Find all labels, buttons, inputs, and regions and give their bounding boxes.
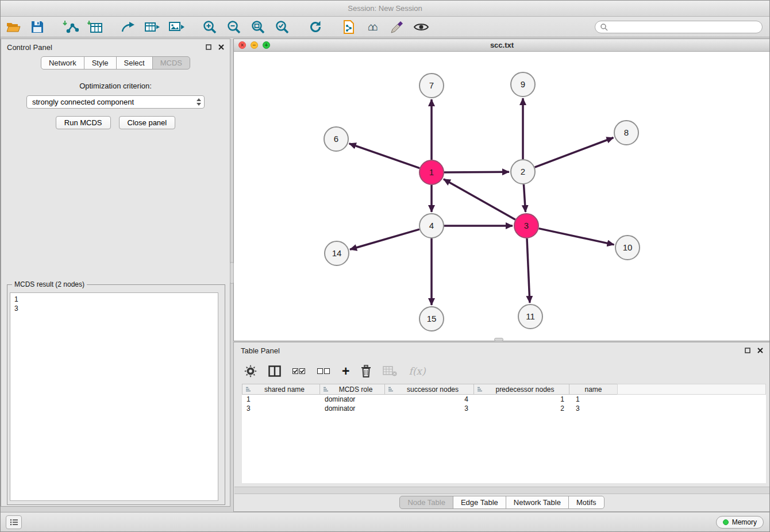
table-cell[interactable]: 3 — [386, 404, 475, 413]
delete-column-button[interactable] — [361, 363, 371, 380]
float-panel-icon[interactable] — [206, 44, 211, 50]
main-toolbar: ⌂⌂ — [1, 17, 769, 37]
first-neighbors-button[interactable]: ⌂⌂ — [364, 18, 382, 36]
deselect-all-rows-button[interactable] — [317, 363, 330, 380]
table-cell[interactable]: dominator — [320, 395, 386, 404]
zoom-selected-button[interactable] — [273, 18, 291, 36]
show-graphics-details-button[interactable] — [412, 18, 430, 36]
table-row[interactable]: 3 dominator 3 2 3 — [242, 404, 766, 413]
export-image-button[interactable] — [167, 18, 186, 36]
optimization-criterion-label: Optimization criterion: — [1, 82, 230, 90]
graph-edge-2-8[interactable] — [535, 138, 614, 168]
save-floppy-icon — [31, 21, 44, 33]
table-cell[interactable]: 1 — [475, 395, 571, 404]
apply-style-button[interactable] — [388, 18, 406, 36]
refresh-view-button[interactable] — [306, 18, 325, 36]
tab-mcds[interactable]: MCDS — [152, 56, 190, 70]
run-mcds-button[interactable]: Run MCDS — [56, 116, 111, 129]
graph-node-6[interactable]: 6 — [324, 127, 348, 151]
table-cell[interactable]: 3 — [571, 404, 620, 413]
graph-node-15[interactable]: 15 — [419, 307, 444, 331]
tab-motifs[interactable]: Motifs — [568, 496, 605, 509]
import-table-button[interactable] — [86, 18, 104, 36]
table-panel-header: Table Panel — [234, 342, 770, 358]
graph-node-14[interactable]: 14 — [325, 241, 349, 265]
table-row[interactable]: 1 dominator 4 1 1 — [242, 395, 766, 404]
network-canvas[interactable]: 7968124314101511 — [234, 52, 770, 341]
graph-edge-3-11[interactable] — [527, 238, 530, 303]
zoom-out-button[interactable] — [225, 18, 243, 36]
export-network-button[interactable] — [119, 18, 137, 36]
close-panel-button[interactable]: Close panel — [119, 116, 176, 129]
column-header-shared-name[interactable]: shared name — [242, 384, 320, 395]
new-network-from-selection-button[interactable] — [340, 18, 358, 36]
graph-node-2[interactable]: 2 — [511, 160, 535, 184]
graph-node-1[interactable]: 1 — [419, 160, 444, 184]
select-all-rows-button[interactable] — [292, 363, 306, 380]
table-cell[interactable]: 4 — [386, 395, 475, 404]
tab-edge-table[interactable]: Edge Table — [453, 496, 506, 509]
tab-select[interactable]: Select — [116, 56, 153, 70]
svg-text:7: 7 — [429, 80, 434, 90]
memory-button[interactable]: Memory — [716, 516, 764, 529]
network-window-titlebar[interactable]: × − + scc.txt — [234, 39, 770, 52]
vertical-splitter-handle[interactable] — [230, 262, 234, 284]
graph-edge-1-6[interactable] — [349, 144, 420, 168]
graph-node-3[interactable]: 3 — [514, 214, 538, 238]
column-header-mcds-role[interactable]: MCDS role — [319, 384, 385, 395]
refresh-icon — [309, 20, 322, 34]
eye-icon — [413, 22, 429, 32]
table-cell[interactable]: 1 — [242, 395, 320, 404]
graph-node-9[interactable]: 9 — [511, 72, 535, 97]
maximize-window-button[interactable]: + — [263, 41, 270, 49]
save-session-button[interactable] — [28, 18, 47, 36]
open-session-button[interactable] — [4, 18, 22, 36]
mcds-result-list[interactable]: 1 3 — [10, 292, 218, 501]
graph-node-7[interactable]: 7 — [419, 74, 444, 98]
zoom-in-button[interactable] — [201, 18, 219, 36]
dropdown-arrows-icon — [197, 98, 201, 106]
column-header-name[interactable]: name — [569, 384, 618, 395]
table-panel: Table Panel — [233, 342, 770, 512]
column-header-predecessor-nodes[interactable]: predecessor nodes — [473, 384, 569, 395]
tab-network[interactable]: Network — [41, 56, 84, 70]
table-cell[interactable]: 3 — [242, 404, 320, 413]
tab-network-table[interactable]: Network Table — [506, 496, 569, 509]
import-network-button[interactable] — [61, 18, 80, 36]
graph-node-11[interactable]: 11 — [518, 304, 542, 329]
table-cell[interactable]: dominator — [320, 404, 386, 413]
search-box[interactable] — [595, 21, 763, 33]
zoom-fit-button[interactable] — [249, 18, 267, 36]
svg-text:1: 1 — [429, 167, 434, 177]
tab-node-table[interactable]: Node Table — [399, 496, 453, 509]
minimize-window-button[interactable]: − — [251, 41, 258, 49]
show-panels-button[interactable] — [6, 515, 22, 529]
table-cell[interactable]: 2 — [475, 404, 571, 413]
create-column-button[interactable]: + — [342, 363, 349, 380]
column-header-successor-nodes[interactable]: successor nodes — [384, 384, 474, 395]
tab-style[interactable]: Style — [84, 56, 117, 70]
show-column-panel-button[interactable] — [268, 363, 281, 380]
close-window-button[interactable]: × — [238, 41, 246, 49]
graph-edge-3-10[interactable] — [539, 229, 614, 245]
attribute-icon — [387, 386, 394, 392]
search-input[interactable] — [611, 22, 757, 31]
graph-edge-1-2[interactable] — [444, 172, 509, 172]
float-table-panel-icon[interactable] — [745, 348, 750, 353]
table-settings-button[interactable] — [244, 363, 257, 380]
graph-node-8[interactable]: 8 — [614, 121, 638, 145]
graph-node-4[interactable]: 4 — [419, 214, 444, 238]
graph-edge-4-14[interactable] — [350, 229, 419, 249]
close-table-panel-icon[interactable] — [757, 348, 763, 353]
export-table-button[interactable] — [143, 18, 161, 36]
table-cell[interactable]: 1 — [571, 395, 620, 404]
svg-text:14: 14 — [332, 248, 342, 258]
graph-edge-3-1[interactable] — [444, 179, 515, 219]
attribute-icon — [245, 386, 252, 392]
horizontal-splitter-handle[interactable] — [494, 338, 503, 341]
graph-edge-2-3[interactable] — [523, 184, 525, 212]
horizontal-scrollbar[interactable] — [234, 487, 769, 494]
close-panel-icon[interactable] — [218, 44, 224, 50]
criterion-dropdown[interactable]: strongly connected component — [26, 95, 205, 109]
graph-node-10[interactable]: 10 — [615, 236, 640, 260]
